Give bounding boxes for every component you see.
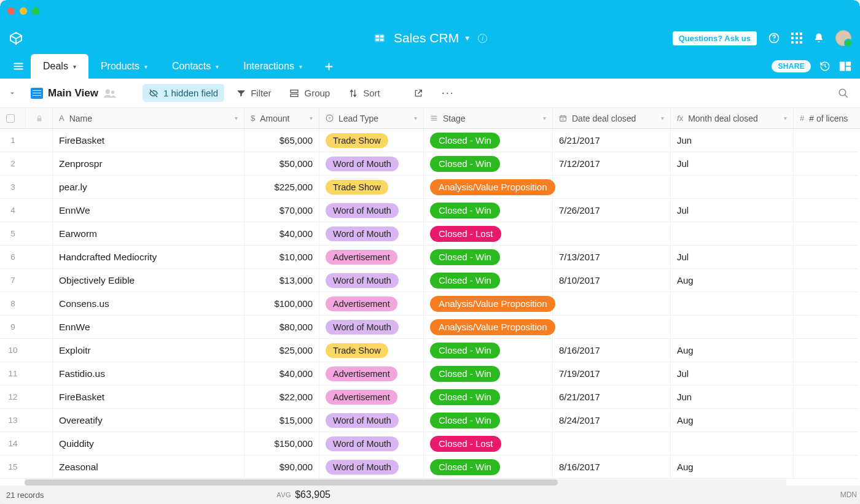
more-icon[interactable]: ··· bbox=[436, 83, 461, 103]
cell-licenses[interactable] bbox=[794, 176, 858, 199]
cell-stage[interactable]: Closed - Win bbox=[424, 409, 553, 432]
row-expand[interactable] bbox=[26, 432, 53, 456]
search-icon[interactable] bbox=[838, 88, 854, 99]
base-title[interactable]: Sales CRM ▼ bbox=[394, 31, 471, 45]
record-row[interactable]: 2Zenprospr$50,000Word of MouthClosed - W… bbox=[0, 152, 860, 176]
record-row[interactable]: 13Overeatify$15,000Word of MouthClosed -… bbox=[0, 409, 860, 432]
cell-amount[interactable]: $13,000 bbox=[244, 269, 319, 292]
cell-licenses[interactable] bbox=[794, 339, 858, 362]
cell-stage[interactable]: Closed - Lost bbox=[424, 222, 553, 246]
row-expand[interactable] bbox=[26, 456, 53, 479]
cell-name[interactable]: EnnWe bbox=[53, 199, 244, 222]
cell-month[interactable]: Aug bbox=[671, 456, 794, 479]
cell-name[interactable]: pear.ly bbox=[53, 176, 244, 199]
notifications-icon[interactable] bbox=[813, 33, 824, 44]
cell-name[interactable]: Fastidio.us bbox=[53, 362, 244, 386]
cell-name[interactable]: Handcrafted Mediocrity bbox=[53, 246, 244, 269]
record-row[interactable]: 7Objectively Edible$13,000Word of MouthC… bbox=[0, 269, 860, 292]
cell-name[interactable]: EnnWe bbox=[53, 316, 244, 339]
cell-amount[interactable]: $22,000 bbox=[244, 386, 319, 409]
row-index[interactable]: 1 bbox=[0, 129, 26, 152]
cell-name[interactable]: FireBasket bbox=[53, 129, 244, 152]
cell-date[interactable] bbox=[553, 176, 671, 199]
cell-stage[interactable]: Closed - Win bbox=[424, 386, 553, 409]
apps-grid-icon[interactable] bbox=[791, 33, 802, 44]
cell-month[interactable]: Aug bbox=[671, 339, 794, 362]
cell-licenses[interactable] bbox=[794, 292, 858, 316]
row-index[interactable]: 12 bbox=[0, 386, 26, 409]
row-expand[interactable] bbox=[26, 129, 53, 152]
cell-month[interactable]: Aug bbox=[671, 409, 794, 432]
cell-name[interactable]: Earworm bbox=[53, 222, 244, 246]
cell-stage[interactable]: Closed - Win bbox=[424, 129, 553, 152]
row-index[interactable]: 13 bbox=[0, 409, 26, 432]
window-close-icon[interactable] bbox=[7, 7, 15, 15]
row-index[interactable]: 8 bbox=[0, 292, 26, 316]
cell-amount[interactable]: $40,000 bbox=[244, 362, 319, 386]
row-expand[interactable] bbox=[26, 362, 53, 386]
cell-name[interactable]: Overeatify bbox=[53, 409, 244, 432]
row-expand[interactable] bbox=[26, 292, 53, 316]
window-minimize-icon[interactable] bbox=[20, 7, 27, 15]
record-row[interactable]: 11Fastidio.us$40,000AdvertisementClosed … bbox=[0, 362, 860, 386]
cell-month[interactable]: Jun bbox=[671, 386, 794, 409]
cell-licenses[interactable] bbox=[794, 269, 858, 292]
cell-amount[interactable]: $80,000 bbox=[244, 316, 319, 339]
record-row[interactable]: 4EnnWe$70,000Word of MouthClosed - Win7/… bbox=[0, 199, 860, 222]
row-index[interactable]: 11 bbox=[0, 362, 26, 386]
cell-stage[interactable]: Closed - Win bbox=[424, 362, 553, 386]
cell-amount[interactable]: $150,000 bbox=[244, 432, 319, 456]
record-row[interactable]: 3pear.ly$225,000Trade ShowAnalysis/Value… bbox=[0, 176, 860, 199]
cell-licenses[interactable] bbox=[794, 362, 858, 386]
cell-date[interactable]: 7/19/2017 bbox=[553, 362, 671, 386]
cell-licenses[interactable] bbox=[794, 456, 858, 479]
row-index[interactable]: 15 bbox=[0, 456, 26, 479]
cell-date[interactable]: 6/21/2017 bbox=[553, 129, 671, 152]
blocks-icon[interactable] bbox=[839, 61, 854, 72]
cell-date[interactable] bbox=[553, 292, 671, 316]
record-row[interactable]: 5Earworm$40,000Word of MouthClosed - Los… bbox=[0, 222, 860, 246]
cell-name[interactable]: Quiddity bbox=[53, 432, 244, 456]
cell-date[interactable]: 8/16/2017 bbox=[553, 339, 671, 362]
cell-month[interactable] bbox=[671, 316, 794, 339]
record-row[interactable]: 15Zeasonal$90,000Word of MouthClosed - W… bbox=[0, 456, 860, 479]
sort-button[interactable]: Sort bbox=[342, 84, 386, 102]
window-zoom-icon[interactable] bbox=[32, 7, 39, 15]
cell-leadtype[interactable]: Word of Mouth bbox=[319, 269, 424, 292]
cell-amount[interactable]: $10,000 bbox=[244, 246, 319, 269]
cell-month[interactable] bbox=[671, 222, 794, 246]
cell-stage[interactable]: Closed - Win bbox=[424, 339, 553, 362]
table-tab[interactable]: Contacts▾ bbox=[160, 54, 231, 79]
cell-date[interactable]: 7/12/2017 bbox=[553, 152, 671, 176]
row-expand[interactable] bbox=[26, 246, 53, 269]
cell-date[interactable]: 8/16/2017 bbox=[553, 456, 671, 479]
ask-button[interactable]: Questions? Ask us bbox=[673, 31, 757, 45]
horizontal-scrollbar[interactable] bbox=[25, 479, 786, 486]
row-expand[interactable] bbox=[26, 409, 53, 432]
row-index[interactable]: 4 bbox=[0, 199, 26, 222]
cell-leadtype[interactable]: Word of Mouth bbox=[319, 432, 424, 456]
column-header-name[interactable]: A Name▾ bbox=[53, 108, 244, 128]
cell-licenses[interactable] bbox=[794, 152, 858, 176]
cell-leadtype[interactable]: Trade Show bbox=[319, 129, 424, 152]
cell-stage[interactable]: Closed - Lost bbox=[424, 432, 553, 456]
cell-date[interactable]: 7/26/2017 bbox=[553, 199, 671, 222]
cell-leadtype[interactable]: Word of Mouth bbox=[319, 199, 424, 222]
cell-month[interactable]: Jun bbox=[671, 129, 794, 152]
add-table-button[interactable] bbox=[315, 54, 343, 79]
cell-leadtype[interactable]: Advertisement bbox=[319, 292, 424, 316]
row-index[interactable]: 14 bbox=[0, 432, 26, 456]
cell-licenses[interactable] bbox=[794, 246, 858, 269]
record-row[interactable]: 10Exploitr$25,000Trade ShowClosed - Win8… bbox=[0, 339, 860, 362]
column-header-amount[interactable]: $ Amount▾ bbox=[244, 108, 319, 128]
cell-amount[interactable]: $90,000 bbox=[244, 456, 319, 479]
cell-leadtype[interactable]: Trade Show bbox=[319, 339, 424, 362]
record-row[interactable]: 8Consens.us$100,000AdvertisementAnalysis… bbox=[0, 292, 860, 316]
cell-month[interactable]: Jul bbox=[671, 362, 794, 386]
cell-leadtype[interactable]: Word of Mouth bbox=[319, 456, 424, 479]
cell-licenses[interactable] bbox=[794, 432, 858, 456]
cell-amount[interactable]: $15,000 bbox=[244, 409, 319, 432]
cell-leadtype[interactable]: Word of Mouth bbox=[319, 409, 424, 432]
row-expand[interactable] bbox=[26, 152, 53, 176]
cell-licenses[interactable] bbox=[794, 199, 858, 222]
